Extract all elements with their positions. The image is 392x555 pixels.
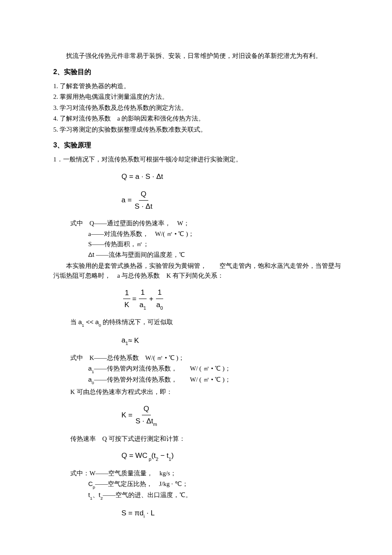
heading-text: 、实验原理 — [57, 141, 91, 149]
denominator: S · Δtm — [134, 415, 159, 427]
intro-paragraph: 扰流子强化传热元件非常易于装拆、安装，日常维护简便，对旧设备的革新挖潜尤为有利。 — [53, 51, 345, 61]
q-eq: Q = WC p(t2 − t1) — [121, 450, 174, 462]
formula-a-solve: a = Q S · Δt — [121, 189, 345, 212]
special-case: 当 a1 << a0 的特殊情况下，可近似取 — [70, 317, 345, 328]
where-dt: Δt Δt ——流体与壁面间的温度差，℃——流体与壁面间的温度差，℃ — [88, 250, 345, 260]
purpose-item-1: 1. 了解套管换热器的构造。 — [53, 81, 345, 91]
fraction: Q S · Δtm — [134, 403, 159, 427]
formula-lhs: K = — [121, 410, 133, 421]
k-derive: K 可由总传热速率方程式求出，即： — [70, 387, 345, 397]
numerator: 1 — [156, 287, 163, 299]
q-rate-desc: 传热速率 Q 可按下式进行测定和计算： — [70, 434, 345, 444]
tube-description: 本实验用的是套管式换热器，实验管段为黄铜管， 空气走管内，饱和水蒸汽走管外，当管… — [53, 261, 345, 280]
fraction-1a0: 1 a0 — [155, 287, 165, 311]
heading-number: 3 — [53, 141, 57, 149]
where-a0: a0——传热管外对流传热系数， W/ ( ㎡ • ℃ )； — [88, 375, 345, 385]
formula-a1-approx-k: a1 ≈ K — [121, 335, 345, 346]
numerator: Q — [139, 189, 148, 201]
numerator: 1 — [139, 287, 146, 299]
formula-k-relation: 1 K = 1 a1 + 1 a0 — [121, 287, 345, 311]
numerator: 1 — [123, 288, 130, 299]
purpose-item-4: 4. 了解对流传热系数 a 的影响因素和强化传热方法。 — [53, 114, 345, 124]
denominator: S · Δt — [133, 201, 154, 212]
where-a1: a1——传热管内对流传热系数， W/ ( ㎡ • ℃ )； — [88, 364, 345, 374]
principle-intro: 1．一般情况下，对流传热系数可根据牛顿冷却定律进行实验测定。 — [53, 155, 345, 164]
fraction-1a1: 1 a1 — [138, 287, 148, 311]
where-cp: Cp——空气定压比热， J/kg · ℃； — [88, 479, 345, 490]
where-w: 式中：W——空气质量流量， kg/s； — [70, 469, 345, 478]
formula-q-wcp: Q = WC p(t2 − t1) — [121, 450, 345, 462]
purpose-item-2: 2. 掌握用热电偶温度计测量温度的方法。 — [53, 92, 345, 102]
equals: = — [132, 293, 136, 305]
fraction: Q S · Δt — [133, 189, 154, 212]
heading-number: 2 — [53, 68, 57, 75]
denominator: a0 — [155, 299, 165, 311]
numerator: Q — [142, 403, 151, 415]
where-t1t2: t1、t2——空气的进、出口温度，℃。 — [88, 490, 345, 501]
formula-s-pidl: S = πdi · L — [121, 508, 345, 519]
formula-q-newton: Q = a · S · Δt — [121, 171, 345, 182]
approx-k: ≈ K — [128, 335, 139, 346]
denominator: K — [123, 299, 131, 311]
where-q: 式中 Q——通过壁面的传热速率， W； — [70, 219, 345, 228]
where-big-k: 式中 K——总传热系数 W/( ㎡ • ℃ )； — [70, 353, 345, 363]
plus: + — [149, 293, 153, 305]
formula-text: Q = a · S · Δt — [121, 171, 163, 182]
denominator: a1 — [138, 299, 148, 311]
heading-text: 、实验目的 — [57, 68, 91, 75]
fraction-1k: 1 K — [123, 288, 131, 311]
section-3-heading: 3、实验原理 — [53, 140, 345, 150]
purpose-item-5: 5. 学习将测定的实验数据整理成传热系数准数关联式。 — [53, 125, 345, 135]
where-a: a——对流传热系数， W/( ㎡ • ℃ )； — [88, 229, 345, 239]
formula-k-solve: K = Q S · Δtm — [121, 403, 345, 427]
where-s: S——传热面积，㎡； — [88, 239, 345, 249]
a1-var: a1 — [121, 335, 128, 346]
section-2-heading: 2、实验目的 — [53, 67, 345, 77]
delta-t-var: Δt — [88, 251, 96, 258]
purpose-item-3: 3. 学习对流传热系数及总传热系数的测定方法。 — [53, 103, 345, 113]
formula-lhs: a = — [121, 195, 132, 206]
s-eq: S = πdi · L — [121, 508, 155, 519]
